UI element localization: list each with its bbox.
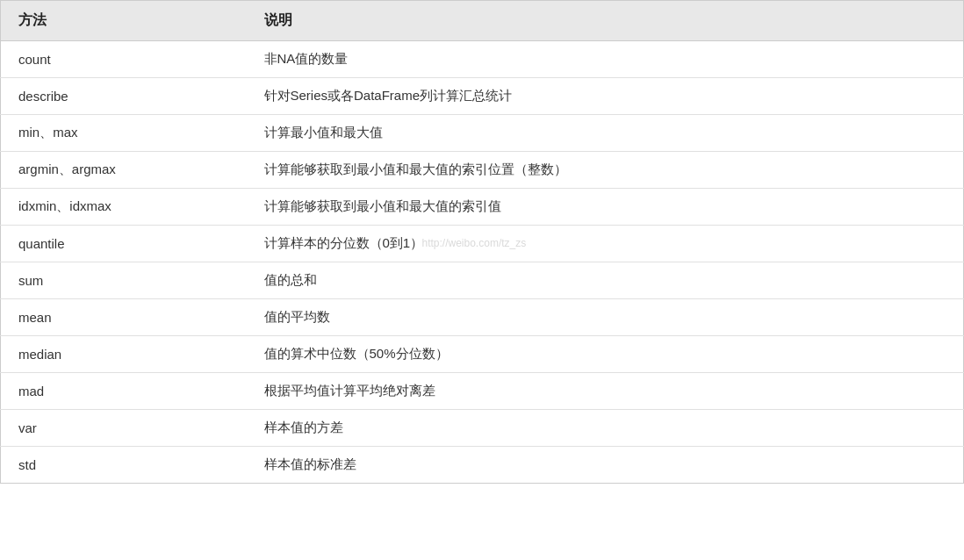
header-method: 方法 [1,1,247,41]
cell-description: 计算最小值和最大值 [247,115,964,152]
cell-description: 非NA值的数量 [247,41,964,78]
table-row: mad根据平均值计算平均绝对离差 [1,373,964,410]
cell-method: idxmin、idxmax [1,189,247,226]
methods-table: 方法 说明 count非NA值的数量describe针对Series或各Data… [0,0,964,484]
cell-description: 值的平均数 [247,299,964,336]
cell-description: 根据平均值计算平均绝对离差 [247,373,964,410]
table-row: count非NA值的数量 [1,41,964,78]
cell-description: 计算样本的分位数（0到1）http://weibo.com/tz_zs [247,226,964,262]
table-row: median值的算术中位数（50%分位数） [1,336,964,373]
cell-description: 计算能够获取到最小值和最大值的索引位置（整数） [247,152,964,189]
table-row: var样本值的方差 [1,410,964,447]
cell-description: 针对Series或各DataFrame列计算汇总统计 [247,78,964,115]
header-description: 说明 [247,1,964,41]
cell-method: mad [1,373,247,410]
cell-method: mean [1,299,247,336]
cell-description: 样本值的方差 [247,410,964,447]
cell-description: 值的总和 [247,262,964,299]
table-row: quantile计算样本的分位数（0到1）http://weibo.com/tz… [1,226,964,262]
table-row: idxmin、idxmax计算能够获取到最小值和最大值的索引值 [1,189,964,226]
cell-description: 样本值的标准差 [247,447,964,484]
cell-method: describe [1,78,247,115]
cell-method: std [1,447,247,484]
table-row: argmin、argmax计算能够获取到最小值和最大值的索引位置（整数） [1,152,964,189]
table-row: mean值的平均数 [1,299,964,336]
cell-method: min、max [1,115,247,152]
table-row: min、max计算最小值和最大值 [1,115,964,152]
table-row: describe针对Series或各DataFrame列计算汇总统计 [1,78,964,115]
table-row: sum值的总和 [1,262,964,299]
cell-method: var [1,410,247,447]
cell-method: median [1,336,247,373]
cell-method: count [1,41,247,78]
cell-method: quantile [1,226,247,262]
cell-method: sum [1,262,247,299]
cell-description: 计算能够获取到最小值和最大值的索引值 [247,189,964,226]
table-header-row: 方法 说明 [1,1,964,41]
watermark: http://weibo.com/tz_zs [422,237,527,249]
table-row: std样本值的标准差 [1,447,964,484]
cell-description: 值的算术中位数（50%分位数） [247,336,964,373]
cell-method: argmin、argmax [1,152,247,189]
